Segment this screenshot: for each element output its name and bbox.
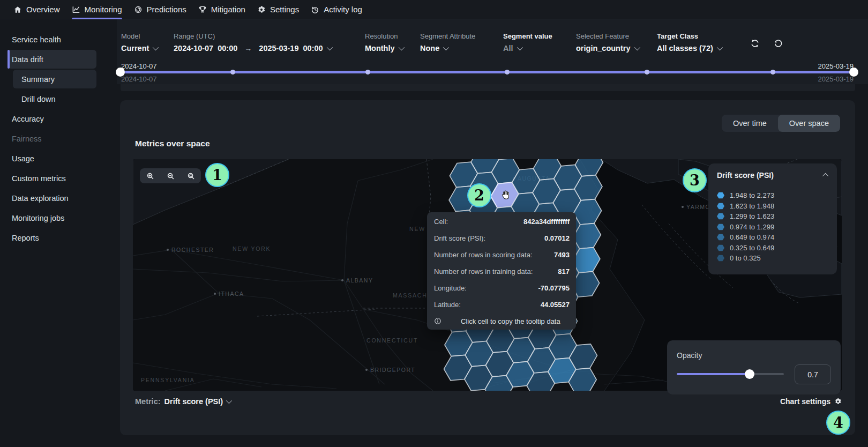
sidebar-item-drill-down[interactable]: Drill down	[13, 90, 96, 108]
map-city-label: ROCHESTER	[171, 247, 214, 253]
map-city-dot	[365, 369, 368, 371]
chart-settings-button[interactable]: Chart settings	[780, 397, 842, 406]
sidebar-item-label: Data drift	[12, 55, 43, 64]
map-legend: Drift score (PSI) 1.948 to 2.2731.623 to…	[708, 163, 837, 274]
nav-item-label: Predictions	[147, 5, 186, 14]
sidebar-item-summary[interactable]: Summary	[13, 70, 96, 88]
nav-item-mitigation[interactable]: Mitigation	[198, 0, 245, 19]
opacity-slider-fill	[677, 373, 749, 375]
chevron-down-icon	[443, 44, 449, 50]
legend-item: 1.948 to 2.273	[717, 190, 828, 201]
control-value-dropdown[interactable]: None	[420, 44, 475, 53]
sidebar-item-fairness[interactable]: Fairness	[8, 129, 96, 148]
nav-item-label: Activity log	[324, 5, 362, 14]
sidebar-item-usage[interactable]: Usage	[8, 149, 96, 168]
control-value-dropdown[interactable]: All classes (72)	[657, 44, 721, 53]
tooltip-row-label: Latitude:	[434, 301, 461, 309]
tooltip-row-value: -70.07795	[538, 284, 570, 292]
sidebar-item-label: Accuracy	[12, 115, 44, 123]
control-value-dropdown[interactable]: Monthly	[365, 44, 403, 53]
timeline-knob-end[interactable]	[849, 68, 858, 77]
undo-icon[interactable]	[773, 39, 783, 48]
control-label: Range (UTC)	[174, 32, 331, 40]
sidebar-item-service-health[interactable]: Service health	[8, 30, 96, 49]
sidebar-item-monitoring-jobs[interactable]: Monitoring jobs	[8, 208, 96, 227]
history-icon	[311, 5, 319, 14]
sidebar-item-label: Custom metrics	[12, 174, 66, 183]
sidebar: Service healthData driftSummaryDrill dow…	[0, 19, 117, 447]
sidebar-item-accuracy[interactable]: Accuracy	[8, 109, 96, 128]
map-state-label: PENNSYLVANIA	[141, 377, 195, 383]
timeline-end-sublabel: 2025-03-19	[818, 75, 854, 83]
tooltip-row: Latitude:44.05527	[434, 296, 570, 313]
hexagon-swatch	[717, 234, 724, 241]
sidebar-item-data-drift[interactable]: Data drift	[8, 50, 96, 69]
crystal-ball-icon	[134, 5, 143, 14]
legend-item-label: 0.974 to 1.299	[730, 223, 774, 231]
tooltip-row: Cell:842a34dffffffff	[434, 213, 570, 230]
map-city-label: ALBANY	[346, 277, 373, 284]
toggle-over-space[interactable]: Over space	[778, 115, 840, 132]
chevron-up-icon[interactable]	[822, 173, 828, 179]
zoom-reset-icon[interactable]	[187, 172, 195, 180]
tooltip-row: Number of rows in scoring data:7493	[434, 247, 570, 263]
legend-item-label: 0.325 to 0.649	[730, 244, 774, 252]
map-state-label: CONNECTICUT	[366, 337, 418, 344]
hexagon-swatch	[717, 244, 724, 251]
map-city-label: BRIDGEPORT	[370, 367, 415, 373]
timeline-knob-start[interactable]	[116, 68, 125, 77]
metric-selector[interactable]: Metric: Drift score (PSI)	[135, 397, 230, 406]
sidebar-item-reports[interactable]: Reports	[8, 228, 96, 247]
control-value-dropdown[interactable]: origin_country	[576, 44, 639, 53]
control-label: Model	[121, 32, 157, 40]
trophy-icon	[198, 5, 207, 14]
nav-item-monitoring[interactable]: Monitoring	[72, 0, 122, 19]
hexagon-swatch	[717, 255, 724, 262]
chevron-down-icon	[717, 44, 723, 50]
control-range-utc-: Range (UTC)2024-10-07 00:00→2025-03-19 0…	[174, 32, 331, 53]
timeline-tick	[230, 70, 235, 74]
map-city-label: ITHACA	[219, 290, 244, 297]
control-label: Resolution	[365, 32, 403, 40]
chart-line-icon	[72, 5, 80, 14]
sidebar-item-custom-metrics[interactable]: Custom metrics	[8, 169, 96, 188]
legend-item-label: 0 to 0.325	[730, 254, 761, 262]
zoom-in-icon[interactable]	[146, 172, 154, 180]
nav-item-predictions[interactable]: Predictions	[134, 0, 186, 19]
control-value-dropdown[interactable]: Current	[121, 44, 157, 53]
sidebar-item-data-exploration[interactable]: Data exploration	[8, 189, 96, 207]
chart-settings-label: Chart settings	[780, 397, 830, 406]
control-value-dropdown[interactable]: 2024-10-07 00:00→2025-03-19 00:00	[174, 44, 331, 53]
sidebar-item-label: Usage	[12, 154, 34, 163]
top-navigation: OverviewMonitoringPredictionsMitigationS…	[0, 0, 868, 19]
nav-item-activity-log[interactable]: Activity log	[311, 0, 362, 19]
toolbar-strip	[121, 84, 855, 91]
toggle-over-time[interactable]: Over time	[722, 115, 778, 132]
hexagon-swatch	[717, 224, 724, 230]
legend-item-label: 0.649 to 0.974	[730, 233, 774, 241]
sidebar-item-label: Fairness	[12, 135, 42, 143]
nav-item-label: Settings	[270, 5, 299, 14]
control-resolution: ResolutionMonthly	[365, 32, 403, 53]
legend-item-label: 1.299 to 1.623	[730, 212, 774, 220]
nav-item-settings[interactable]: Settings	[257, 0, 299, 19]
timeline-start-label: 2024-10-07	[121, 62, 157, 70]
opacity-slider-knob[interactable]	[745, 369, 754, 379]
metric-value: Drift score (PSI)	[164, 397, 223, 406]
card-title: Metrics over space	[135, 139, 210, 148]
tooltip-row-label: Cell:	[434, 218, 448, 226]
opacity-value: 0.7	[795, 364, 831, 384]
timeline-tick	[770, 70, 775, 74]
chevron-down-icon	[226, 398, 232, 404]
refresh-icon[interactable]	[750, 39, 760, 48]
nav-item-label: Monitoring	[85, 5, 122, 14]
control-value-dropdown[interactable]: All	[503, 44, 552, 53]
tooltip-row-value: 7493	[554, 251, 570, 259]
metrics-card: Over time Over space Metrics over space …	[120, 100, 855, 435]
metric-label: Metric:	[135, 397, 161, 406]
control-target-class: Target ClassAll classes (72)	[657, 32, 721, 53]
control-label: Target Class	[657, 32, 721, 40]
nav-item-overview[interactable]: Overview	[13, 0, 60, 19]
control-model: ModelCurrent	[121, 32, 157, 53]
zoom-out-icon[interactable]	[167, 172, 175, 180]
